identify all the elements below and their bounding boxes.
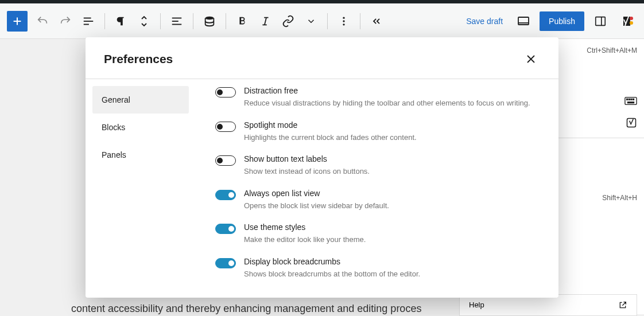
sidebar-item-blocks[interactable]: Blocks xyxy=(92,114,189,141)
setting-text: Use theme stylesMake the editor look lik… xyxy=(244,223,539,245)
toggle-switch[interactable] xyxy=(215,122,236,132)
modal-overlay: Preferences General Blocks Panels Distra… xyxy=(0,0,644,316)
setting-text: Spotlight modeHighlights the current blo… xyxy=(244,120,539,143)
setting-label: Display block breadcrumbs xyxy=(244,257,539,266)
toggle-switch[interactable] xyxy=(215,155,236,166)
modal-header: Preferences xyxy=(86,37,558,79)
toggle-switch[interactable] xyxy=(215,87,236,97)
setting-description: Make the editor look like your theme. xyxy=(244,234,539,245)
setting-description: Reduce visual distractions by hiding the… xyxy=(244,97,539,109)
setting-row: Spotlight modeHighlights the current blo… xyxy=(215,114,539,148)
preferences-sidebar: General Blocks Panels xyxy=(86,79,196,298)
setting-text: Display block breadcrumbsShows block bre… xyxy=(244,257,539,280)
setting-label: Distraction free xyxy=(244,86,539,95)
preferences-settings-list[interactable]: Distraction freeReduce visual distractio… xyxy=(196,79,558,298)
setting-row: Always open list viewOpens the block lis… xyxy=(215,182,539,216)
sidebar-item-panels[interactable]: Panels xyxy=(92,141,189,169)
preferences-modal: Preferences General Blocks Panels Distra… xyxy=(86,37,558,298)
setting-label: Show button text labels xyxy=(244,154,539,163)
setting-label: Use theme styles xyxy=(244,223,539,232)
setting-label: Always open list view xyxy=(244,189,539,198)
setting-description: Highlights the current block and fades o… xyxy=(244,132,539,143)
setting-text: Distraction freeReduce visual distractio… xyxy=(244,86,539,109)
setting-text: Always open list viewOpens the block lis… xyxy=(244,189,539,212)
setting-description: Opens the block list view sidebar by def… xyxy=(244,200,539,212)
modal-title: Preferences xyxy=(104,52,173,66)
setting-row: Show button text labelsShow text instead… xyxy=(215,147,539,182)
setting-text: Show button text labelsShow text instead… xyxy=(244,154,539,177)
close-button[interactable] xyxy=(522,50,540,68)
setting-description: Shows block breadcrumbs at the bottom of… xyxy=(244,268,539,280)
setting-row: Distraction freeReduce visual distractio… xyxy=(215,79,539,114)
sidebar-item-general[interactable]: General xyxy=(92,86,189,114)
setting-label: Spotlight mode xyxy=(244,120,539,130)
setting-description: Show text instead of icons on buttons. xyxy=(244,166,539,177)
toggle-switch[interactable] xyxy=(215,190,236,200)
toggle-switch[interactable] xyxy=(215,258,236,268)
toggle-switch[interactable] xyxy=(215,224,236,234)
setting-row: Display block breadcrumbsShows block bre… xyxy=(215,250,539,284)
setting-row: Use theme stylesMake the editor look lik… xyxy=(215,216,539,250)
